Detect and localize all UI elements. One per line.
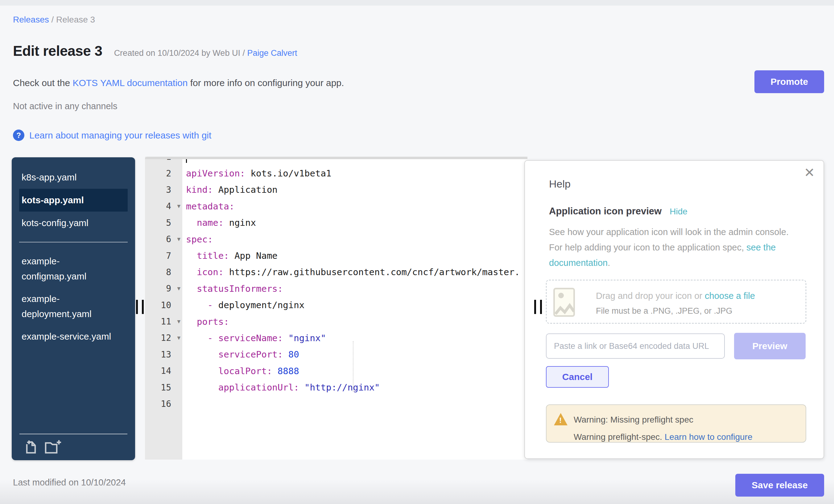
line-number: 5 xyxy=(145,215,182,231)
fold-caret-icon[interactable]: ▾ xyxy=(177,235,180,243)
code-line[interactable]: 5 name: nginx xyxy=(145,215,527,231)
cancel-button[interactable]: Cancel xyxy=(546,366,609,388)
learn-how-to-configure-link[interactable]: Learn how to configure xyxy=(665,432,752,442)
fold-caret-icon[interactable]: ▾ xyxy=(177,202,180,210)
kots-yaml-doc-link[interactable]: KOTS YAML documentation xyxy=(72,78,188,88)
line-number: 9▾ xyxy=(145,280,182,297)
warning-bang: ! xyxy=(559,416,562,425)
code-text: icon: https://raw.githubusercontent.com/… xyxy=(182,264,527,280)
warning-body-text: Warning preflight-spec. xyxy=(574,432,665,442)
code-text: title: App Name xyxy=(182,247,527,264)
sidebar-file-k8s-app.yaml[interactable]: k8s-app.yaml xyxy=(19,166,128,189)
code-line[interactable]: 12▾ - serviceName: "nginx" xyxy=(145,330,527,346)
line-number: 10 xyxy=(145,297,182,313)
code-text: apiVersion: kots.io/v1beta1 xyxy=(182,165,527,181)
line-number: 14 xyxy=(145,363,182,379)
fold-caret-icon[interactable]: ▾ xyxy=(177,318,180,325)
image-icon-dot xyxy=(558,293,564,298)
code-text: statusInformers: xyxy=(182,280,527,297)
sidebar-file-kots-config.yaml[interactable]: kots-config.yaml xyxy=(19,212,128,235)
pane-resize-handle-right[interactable] xyxy=(534,300,542,314)
help-panel: ✕ Help Application icon preview Hide See… xyxy=(524,160,824,459)
doc-line-pre: Check out the xyxy=(13,78,72,88)
page-title: Edit release 3 xyxy=(13,43,103,59)
code-line[interactable]: 3kind: Application xyxy=(145,182,527,198)
code-line[interactable]: 6▾spec: xyxy=(145,231,527,247)
icon-preview-section: Application icon preview Hide xyxy=(549,206,687,217)
code-line[interactable]: 9▾ statusInformers: xyxy=(145,280,527,297)
line-number: 2 xyxy=(145,165,182,181)
sidebar-file-example-deployment.yaml[interactable]: example-deployment.yaml xyxy=(19,287,128,325)
handle-bar xyxy=(142,300,144,314)
line-number: 8 xyxy=(145,264,182,280)
icon-dropzone[interactable]: Drag and drop your icon or choose a file… xyxy=(546,280,806,324)
warning-title: Warning: Missing preflight spec xyxy=(574,415,693,425)
code-line[interactable]: 13 servicePort: 80 xyxy=(145,346,527,363)
line-number: 16 xyxy=(145,396,182,412)
preflight-warning-box: ! Warning: Missing preflight spec Warnin… xyxy=(546,404,806,443)
breadcrumb-current: Release 3 xyxy=(56,15,95,24)
code-line[interactable]: 8 icon: https://raw.githubusercontent.co… xyxy=(145,264,527,280)
warning-icon: ! xyxy=(554,413,568,425)
code-text: - serviceName: "nginx" xyxy=(182,330,527,346)
hide-link[interactable]: Hide xyxy=(670,207,687,217)
line-number: 12▾ xyxy=(145,330,182,346)
code-lines: 1---2apiVersion: kots.io/v1beta13kind: A… xyxy=(145,157,527,412)
code-text: ports: xyxy=(182,313,527,330)
sidebar-actions xyxy=(24,439,62,455)
breadcrumb-separator: / xyxy=(49,15,56,24)
sidebar-file-kots-app.yaml[interactable]: kots-app.yaml xyxy=(19,189,128,212)
line-number: 4▾ xyxy=(145,198,182,214)
code-line[interactable]: 16 xyxy=(145,396,527,412)
file-sidebar: k8s-app.yamlkots-app.yamlkots-config.yam… xyxy=(12,157,135,460)
line-number: 11▾ xyxy=(145,313,182,330)
sidebar-file-example-configmap.yaml[interactable]: example-configmap.yaml xyxy=(19,250,128,287)
created-meta: Created on 10/10/2024 by Web UI / Paige … xyxy=(114,48,297,58)
dropzone-text: Drag and drop your icon or xyxy=(596,291,705,301)
close-icon[interactable]: ✕ xyxy=(804,166,815,179)
fold-caret-icon[interactable]: ▾ xyxy=(177,334,180,342)
doc-line-post: for more info on configuring your app. xyxy=(188,78,344,88)
question-icon: ? xyxy=(13,130,24,141)
pane-resize-handle-left[interactable] xyxy=(136,300,144,314)
doc-line: Check out the KOTS YAML documentation fo… xyxy=(13,78,344,88)
code-text: kind: Application xyxy=(182,182,527,198)
file-list: k8s-app.yamlkots-app.yamlkots-config.yam… xyxy=(12,157,135,348)
code-line[interactable]: 2apiVersion: kots.io/v1beta1 xyxy=(145,165,527,181)
section-title: Application icon preview xyxy=(549,206,662,217)
code-text: localPort: 8888 xyxy=(182,363,527,379)
add-folder-icon[interactable] xyxy=(44,439,62,455)
git-help-row[interactable]: ? Learn about managing your releases wit… xyxy=(13,130,211,141)
line-number: 7 xyxy=(145,247,182,264)
editor-scrollbar-track[interactable] xyxy=(145,157,527,159)
line-number: 13 xyxy=(145,346,182,363)
code-line[interactable]: 15 applicationUrl: "http://nginx" xyxy=(145,379,527,395)
breadcrumb-releases-link[interactable]: Releases xyxy=(13,15,49,24)
breadcrumb: Releases / Release 3 xyxy=(13,15,95,25)
icon-url-input[interactable] xyxy=(546,333,725,359)
line-number: 15 xyxy=(145,379,182,395)
code-line[interactable]: 7 title: App Name xyxy=(145,247,527,264)
code-line[interactable]: 4▾metadata: xyxy=(145,198,527,214)
code-line[interactable]: 10 - deployment/nginx xyxy=(145,297,527,313)
fold-caret-icon[interactable]: ▾ xyxy=(177,285,180,292)
sidebar-bottom-divider xyxy=(19,434,127,434)
dropzone-instruction: Drag and drop your icon or choose a file xyxy=(596,291,755,301)
code-line[interactable]: 11▾ ports: xyxy=(145,313,527,330)
add-file-icon[interactable] xyxy=(24,439,38,455)
promote-button[interactable]: Promote xyxy=(754,70,824,93)
code-text: metadata: xyxy=(182,198,527,214)
git-help-link[interactable]: Learn about managing your releases with … xyxy=(29,130,211,141)
code-text: spec: xyxy=(182,231,527,247)
preview-button[interactable]: Preview xyxy=(734,333,806,359)
choose-file-link[interactable]: choose a file xyxy=(705,291,755,301)
code-text: - deployment/nginx xyxy=(182,297,527,313)
sidebar-file-example-service.yaml[interactable]: example-service.yaml xyxy=(19,325,128,348)
code-text: servicePort: 80 xyxy=(182,346,527,363)
code-line[interactable]: 14 localPort: 8888 xyxy=(145,363,527,379)
yaml-code-editor[interactable]: 1---2apiVersion: kots.io/v1beta13kind: A… xyxy=(145,157,527,460)
image-placeholder-icon xyxy=(553,288,575,317)
save-release-button[interactable]: Save release xyxy=(735,474,824,497)
created-user-link[interactable]: Paige Calvert xyxy=(247,48,297,58)
last-modified-text: Last modified on 10/10/2024 xyxy=(13,478,126,488)
